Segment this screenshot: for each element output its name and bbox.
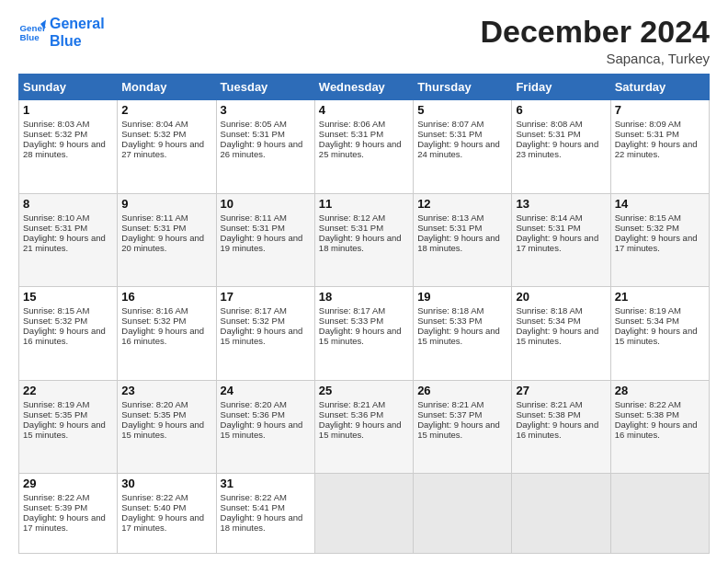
sunset-label: Sunset: 5:37 PM: [417, 409, 482, 419]
calendar-cell: 19 Sunrise: 8:18 AM Sunset: 5:33 PM Dayl…: [414, 287, 512, 380]
sunset-label: Sunset: 5:36 PM: [319, 409, 383, 419]
sunrise-label: Sunrise: 8:11 AM: [221, 213, 287, 223]
day-number: 24: [221, 384, 311, 397]
sunset-label: Sunset: 5:31 PM: [121, 223, 186, 233]
calendar-cell: 21 Sunrise: 8:19 AM Sunset: 5:34 PM Dayl…: [610, 287, 709, 380]
sunset-label: Sunset: 5:35 PM: [23, 409, 87, 419]
day-number: 1: [23, 103, 113, 117]
calendar-cell: 16 Sunrise: 8:16 AM Sunset: 5:32 PM Dayl…: [118, 287, 216, 380]
calendar-cell: 15 Sunrise: 8:15 AM Sunset: 5:32 PM Dayl…: [19, 287, 118, 380]
calendar-cell: [610, 474, 709, 554]
sunset-label: Sunset: 5:33 PM: [319, 316, 383, 326]
sunset-label: Sunset: 5:31 PM: [516, 129, 580, 139]
sunset-label: Sunset: 5:31 PM: [319, 129, 383, 139]
calendar-cell: 10 Sunrise: 8:11 AM Sunset: 5:31 PM Dayl…: [216, 193, 314, 286]
sunset-label: Sunset: 5:40 PM: [121, 502, 186, 512]
sunrise-label: Sunrise: 8:12 AM: [319, 213, 385, 223]
logo: General Blue General Blue: [18, 15, 105, 50]
daylight-label: Daylight: 9 hours and 15 minutes.: [417, 326, 500, 346]
daylight-label: Daylight: 9 hours and 18 minutes.: [221, 512, 303, 533]
calendar-cell: 30 Sunrise: 8:22 AM Sunset: 5:40 PM Dayl…: [118, 474, 216, 554]
day-number: 23: [121, 384, 211, 397]
calendar-cell: 13 Sunrise: 8:14 AM Sunset: 5:31 PM Dayl…: [512, 193, 610, 286]
svg-text:Blue: Blue: [20, 32, 40, 42]
sunset-label: Sunset: 5:32 PM: [121, 316, 186, 326]
daylight-label: Daylight: 9 hours and 15 minutes.: [23, 419, 106, 440]
daylight-label: Daylight: 9 hours and 28 minutes.: [23, 139, 106, 159]
day-number: 5: [417, 103, 507, 117]
logo-line1: General: [50, 15, 105, 32]
sunrise-label: Sunrise: 8:06 AM: [319, 119, 385, 129]
sunrise-label: Sunrise: 8:15 AM: [615, 213, 681, 223]
sunset-label: Sunset: 5:34 PM: [516, 316, 580, 326]
calendar-cell: 14 Sunrise: 8:15 AM Sunset: 5:32 PM Dayl…: [610, 193, 709, 286]
daylight-label: Daylight: 9 hours and 15 minutes.: [221, 326, 303, 346]
sunset-label: Sunset: 5:38 PM: [615, 409, 679, 419]
calendar-cell: 24 Sunrise: 8:20 AM Sunset: 5:36 PM Dayl…: [216, 380, 314, 473]
day-number: 7: [615, 103, 705, 117]
sunrise-label: Sunrise: 8:22 AM: [121, 492, 188, 502]
sunrise-label: Sunrise: 8:20 AM: [121, 399, 188, 409]
sunrise-label: Sunrise: 8:14 AM: [516, 213, 582, 223]
header-saturday: Saturday: [610, 75, 709, 100]
day-number: 16: [121, 290, 211, 304]
day-number: 11: [319, 197, 409, 211]
header-friday: Friday: [512, 75, 610, 100]
daylight-label: Daylight: 9 hours and 17 minutes.: [121, 512, 204, 533]
calendar-cell: 2 Sunrise: 8:04 AM Sunset: 5:32 PM Dayli…: [118, 100, 216, 193]
daylight-label: Daylight: 9 hours and 25 minutes.: [319, 139, 402, 159]
daylight-label: Daylight: 9 hours and 17 minutes.: [516, 233, 598, 253]
calendar-cell: 9 Sunrise: 8:11 AM Sunset: 5:31 PM Dayli…: [118, 193, 216, 286]
calendar-cell: 5 Sunrise: 8:07 AM Sunset: 5:31 PM Dayli…: [414, 100, 512, 193]
day-number: 10: [221, 197, 311, 211]
sunset-label: Sunset: 5:34 PM: [615, 316, 679, 326]
daylight-label: Daylight: 9 hours and 17 minutes.: [615, 233, 698, 253]
sunrise-label: Sunrise: 8:05 AM: [221, 119, 287, 129]
calendar-week-row: 29 Sunrise: 8:22 AM Sunset: 5:39 PM Dayl…: [19, 474, 710, 554]
sunset-label: Sunset: 5:31 PM: [23, 223, 87, 233]
calendar-cell: 20 Sunrise: 8:18 AM Sunset: 5:34 PM Dayl…: [512, 287, 610, 380]
daylight-label: Daylight: 9 hours and 17 minutes.: [23, 512, 106, 533]
calendar-cell: 18 Sunrise: 8:17 AM Sunset: 5:33 PM Dayl…: [314, 287, 413, 380]
day-number: 21: [615, 290, 705, 304]
calendar-cell: 28 Sunrise: 8:22 AM Sunset: 5:38 PM Dayl…: [610, 380, 709, 473]
calendar-cell: 11 Sunrise: 8:12 AM Sunset: 5:31 PM Dayl…: [314, 193, 413, 286]
sunset-label: Sunset: 5:31 PM: [221, 223, 285, 233]
day-number: 15: [23, 290, 113, 304]
day-number: 17: [221, 290, 311, 304]
calendar-cell: 25 Sunrise: 8:21 AM Sunset: 5:36 PM Dayl…: [314, 380, 413, 473]
daylight-label: Daylight: 9 hours and 16 minutes.: [516, 419, 598, 440]
sunrise-label: Sunrise: 8:04 AM: [121, 119, 188, 129]
day-number: 20: [516, 290, 606, 304]
calendar-cell: 6 Sunrise: 8:08 AM Sunset: 5:31 PM Dayli…: [512, 100, 610, 193]
daylight-label: Daylight: 9 hours and 18 minutes.: [417, 233, 500, 253]
sunrise-label: Sunrise: 8:19 AM: [615, 305, 681, 316]
day-number: 31: [221, 477, 311, 490]
sunrise-label: Sunrise: 8:20 AM: [221, 399, 287, 409]
calendar-table: Sunday Monday Tuesday Wednesday Thursday…: [18, 74, 710, 554]
logo-line2: Blue: [50, 32, 105, 50]
daylight-label: Daylight: 9 hours and 24 minutes.: [417, 139, 500, 159]
daylight-label: Daylight: 9 hours and 16 minutes.: [121, 326, 204, 346]
sunrise-label: Sunrise: 8:07 AM: [417, 119, 483, 129]
daylight-label: Daylight: 9 hours and 18 minutes.: [319, 233, 402, 253]
calendar-week-row: 1 Sunrise: 8:03 AM Sunset: 5:32 PM Dayli…: [19, 100, 710, 193]
sunrise-label: Sunrise: 8:10 AM: [23, 213, 89, 223]
daylight-label: Daylight: 9 hours and 16 minutes.: [615, 419, 698, 440]
sunrise-label: Sunrise: 8:17 AM: [221, 305, 287, 316]
sunrise-label: Sunrise: 8:21 AM: [516, 399, 582, 409]
month-title: December 2024: [480, 15, 710, 49]
daylight-label: Daylight: 9 hours and 20 minutes.: [121, 233, 204, 253]
calendar-cell: 12 Sunrise: 8:13 AM Sunset: 5:31 PM Dayl…: [414, 193, 512, 286]
sunset-label: Sunset: 5:31 PM: [417, 129, 482, 139]
sunrise-label: Sunrise: 8:16 AM: [121, 305, 188, 316]
sunset-label: Sunset: 5:36 PM: [221, 409, 285, 419]
sunrise-label: Sunrise: 8:19 AM: [23, 399, 89, 409]
sunset-label: Sunset: 5:32 PM: [121, 129, 186, 139]
logo-icon: General Blue: [18, 18, 46, 46]
calendar-cell: 3 Sunrise: 8:05 AM Sunset: 5:31 PM Dayli…: [216, 100, 314, 193]
daylight-label: Daylight: 9 hours and 27 minutes.: [121, 139, 204, 159]
calendar-header-row: Sunday Monday Tuesday Wednesday Thursday…: [19, 75, 710, 100]
sunset-label: Sunset: 5:31 PM: [516, 223, 580, 233]
sunset-label: Sunset: 5:33 PM: [417, 316, 482, 326]
